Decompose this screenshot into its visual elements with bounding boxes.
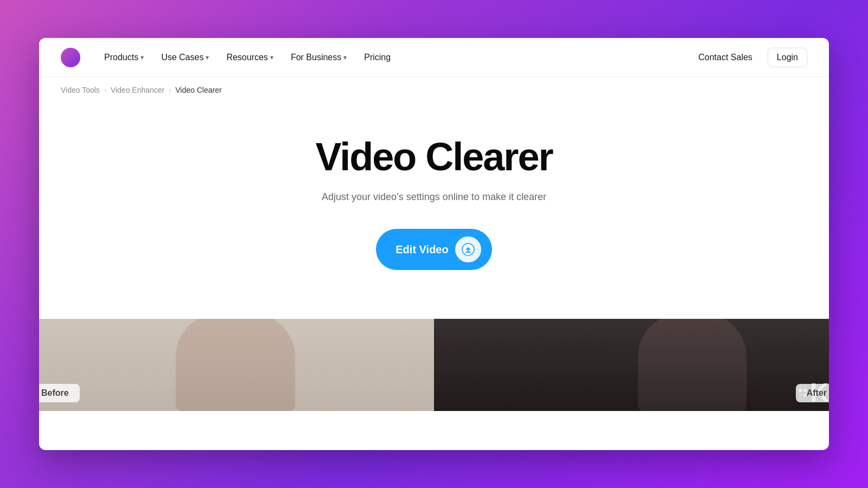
page-subtitle: Adjust your video’s settings online to m… [322,191,546,203]
login-button[interactable]: Login [768,48,807,67]
browser-window: Products ▾ Use Cases ▾ Resources ▾ For B… [39,38,829,450]
after-label: After [796,384,829,402]
chevron-down-icon: ▾ [270,54,273,61]
before-panel: Before [39,319,434,411]
nav-item-use-cases[interactable]: Use Cases ▾ [155,48,215,67]
chevron-down-icon: ▾ [343,54,347,61]
breadcrumb-item-video-clearer: Video Clearer [175,86,221,94]
navbar: Products ▾ Use Cases ▾ Resources ▾ For B… [39,38,829,77]
nav-item-for-business[interactable]: For Business ▾ [284,48,353,67]
nav-item-resources[interactable]: Resources ▾ [220,48,279,67]
navbar-right: Contact Sales Login [692,48,807,67]
chevron-down-icon: ▾ [206,54,209,61]
nav-item-products[interactable]: Products ▾ [98,48,150,67]
breadcrumb-item-video-enhancer[interactable]: Video Enhancer [111,86,164,94]
before-person-silhouette [176,319,295,411]
main-content: Video Clearer Adjust your video’s settin… [39,103,829,324]
edit-video-label: Edit Video [395,243,448,256]
breadcrumb: Video Tools › Video Enhancer › Video Cle… [39,77,829,103]
before-after-section: Before After K [39,319,829,411]
chevron-down-icon: ▾ [141,54,144,61]
nav-menu: Products ▾ Use Cases ▾ Resources ▾ For B… [98,48,692,67]
before-label: Before [39,384,80,402]
logo[interactable] [61,48,80,67]
breadcrumb-separator: › [169,86,171,94]
upload-icon-circle [455,236,481,262]
breadcrumb-separator: › [104,86,106,94]
after-person-silhouette [638,319,746,411]
after-background [434,319,829,411]
nav-item-pricing[interactable]: Pricing [358,48,397,67]
after-panel: After K [434,319,829,411]
contact-sales-button[interactable]: Contact Sales [692,48,759,67]
page-title: Video Clearer [316,136,553,178]
upload-icon [462,243,475,256]
edit-video-button[interactable]: Edit Video [376,229,492,270]
breadcrumb-item-video-tools[interactable]: Video Tools [61,86,100,94]
